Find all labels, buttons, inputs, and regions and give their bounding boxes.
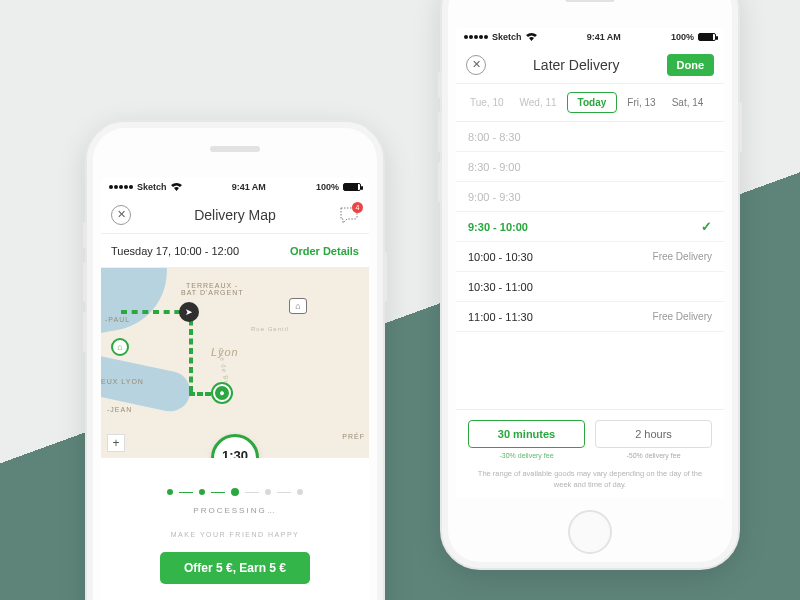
status-time: 9:41 AM: [587, 32, 621, 42]
window-option-button[interactable]: 30 minutes: [468, 420, 585, 448]
time-slot-label: 10:30 - 11:00: [468, 281, 533, 293]
page-title: Delivery Map: [194, 207, 276, 223]
progress-steps: [167, 488, 303, 496]
map-label: Rue Gentil: [251, 326, 289, 332]
time-slot[interactable]: 10:00 - 10:30Free Delivery: [456, 242, 724, 272]
eta-value: 1:30: [222, 448, 248, 459]
window-option-sub: -30% delivery fee: [468, 452, 585, 459]
time-slot-label: 9:30 - 10:00: [468, 221, 528, 233]
date-picker: Tue, 10Wed, 11TodayFri, 13Sat, 14: [456, 84, 724, 122]
map[interactable]: TERREAUX - BAT D'ARGENT -PAUL Lyon EUX L…: [101, 268, 369, 458]
map-label: TERREAUX - BAT D'ARGENT: [181, 282, 243, 296]
eta-badge: 1:30 hh:mm: [211, 434, 259, 458]
status-bar: Sketch 9:41 AM 100%: [101, 178, 369, 196]
map-pin-destination[interactable]: ●: [213, 384, 231, 402]
battery-pct: 100%: [316, 182, 339, 192]
status-panel: PROCESSING… MAKE YOUR FRIEND HAPPY Offer…: [101, 458, 369, 600]
time-slot[interactable]: 10:30 - 11:00: [456, 272, 724, 302]
delivery-window-options: 30 minutes-30% delivery fee2 hours-50% d…: [456, 409, 724, 465]
status-text: PROCESSING…: [193, 506, 276, 515]
date-option[interactable]: Tue, 10: [464, 93, 510, 112]
window-option-sub: -50% delivery fee: [595, 452, 712, 459]
order-details-link[interactable]: Order Details: [290, 245, 359, 257]
time-slot: 8:00 - 8:30: [456, 122, 724, 152]
window-option: 2 hours-50% delivery fee: [595, 420, 712, 459]
date-option[interactable]: Fri, 13: [621, 93, 661, 112]
phone-delivery-map: Sketch 9:41 AM 100% ✕ Delivery Map 4 Tue…: [85, 120, 385, 600]
friend-caption: MAKE YOUR FRIEND HAPPY: [171, 531, 300, 538]
chat-icon[interactable]: 4: [339, 206, 359, 224]
delivery-window: Tuesday 17, 10:00 - 12:00: [111, 245, 239, 257]
close-icon[interactable]: ✕: [111, 205, 131, 225]
time-slot-label: 9:00 - 9:30: [468, 191, 521, 203]
chat-badge: 4: [352, 202, 363, 213]
page-title: Later Delivery: [533, 57, 619, 73]
close-icon[interactable]: ✕: [466, 55, 486, 75]
date-option[interactable]: Wed, 11: [514, 93, 563, 112]
disclaimer: The range of available goods may vary de…: [456, 465, 724, 498]
header: ✕ Later Delivery Done: [456, 46, 724, 84]
time-slots: 8:00 - 8:308:30 - 9:009:00 - 9:309:30 - …: [456, 122, 724, 409]
status-time: 9:41 AM: [232, 182, 266, 192]
map-pin-start[interactable]: ⌂: [111, 338, 129, 356]
done-button[interactable]: Done: [667, 54, 715, 76]
window-option-button[interactable]: 2 hours: [595, 420, 712, 448]
time-slot[interactable]: 11:00 - 11:30Free Delivery: [456, 302, 724, 332]
zoom-in-button[interactable]: +: [107, 434, 125, 452]
date-today[interactable]: Today: [567, 92, 618, 113]
carrier: Sketch: [492, 32, 522, 42]
date-option[interactable]: Sat, 14: [666, 93, 710, 112]
time-slot-label: 8:00 - 8:30: [468, 131, 521, 143]
home-button[interactable]: [568, 510, 612, 554]
map-label: PRÉF: [342, 433, 365, 440]
delivery-window-row: Tuesday 17, 10:00 - 12:00 Order Details: [101, 234, 369, 268]
time-slot: 9:00 - 9:30: [456, 182, 724, 212]
time-slot-label: 10:00 - 10:30: [468, 251, 533, 263]
header: ✕ Delivery Map 4: [101, 196, 369, 234]
check-icon: ✓: [701, 219, 712, 234]
time-slot-label: 11:00 - 11:30: [468, 311, 533, 323]
carrier: Sketch: [137, 182, 167, 192]
slot-note: Free Delivery: [653, 311, 712, 322]
map-pin-courier[interactable]: ➤: [179, 302, 199, 322]
time-slot[interactable]: 9:30 - 10:00✓: [456, 212, 724, 242]
battery-pct: 100%: [671, 32, 694, 42]
map-label: -JEAN: [107, 406, 132, 413]
map-label: -PAUL: [105, 316, 130, 323]
time-slot: 8:30 - 9:00: [456, 152, 724, 182]
status-bar: Sketch 9:41 AM 100%: [456, 28, 724, 46]
time-slot-label: 8:30 - 9:00: [468, 161, 521, 173]
map-label: EUX LYON: [101, 378, 144, 385]
slot-note: Free Delivery: [653, 251, 712, 262]
offer-button[interactable]: Offer 5 €, Earn 5 €: [160, 552, 310, 584]
window-option: 30 minutes-30% delivery fee: [468, 420, 585, 459]
map-pin-store[interactable]: ⌂: [289, 298, 307, 314]
phone-later-delivery: Sketch 9:41 AM 100% ✕ Later Delivery Don…: [440, 0, 740, 570]
